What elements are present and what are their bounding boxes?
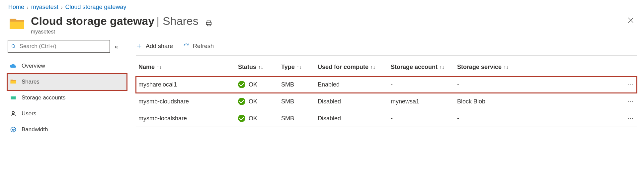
status-ok-icon	[238, 98, 245, 105]
status-ok-icon	[238, 115, 245, 122]
chevron-right-icon: ›	[27, 5, 29, 10]
print-icon[interactable]	[205, 20, 212, 29]
col-header-name[interactable]: Name↑↓	[136, 59, 235, 76]
svg-point-9	[12, 111, 15, 114]
add-share-button[interactable]: Add share	[136, 43, 173, 50]
sort-icon: ↑↓	[440, 64, 444, 70]
sidebar-item-label: Shares	[22, 79, 40, 85]
status-ok-icon	[238, 81, 245, 88]
col-header-compute[interactable]: Used for compute↑↓	[315, 59, 388, 76]
sidebar-item-overview[interactable]: Overview	[8, 58, 126, 74]
cell-service: -	[454, 110, 521, 127]
breadcrumb: Home › myasetest › Cloud storage gateway	[0, 0, 644, 13]
close-icon[interactable]	[627, 17, 634, 26]
wifi-icon	[10, 126, 17, 133]
add-share-label: Add share	[146, 43, 173, 50]
page-title: Cloud storage gateway	[31, 15, 154, 28]
title-divider: |	[156, 15, 159, 28]
sidebar-item-label: Users	[22, 110, 36, 117]
row-menu-button[interactable]: ⋯	[521, 76, 637, 93]
resource-subtitle: myasetest	[31, 29, 212, 35]
cell-compute: Disabled	[315, 93, 388, 110]
row-menu-button[interactable]: ⋯	[521, 93, 637, 110]
cell-name[interactable]: mysharelocal1	[136, 76, 235, 93]
breadcrumb-current[interactable]: Cloud storage gateway	[65, 4, 126, 11]
cell-account: mynewsa1	[388, 93, 454, 110]
svg-line-6	[14, 47, 15, 48]
sort-icon: ↑↓	[370, 64, 375, 70]
cell-service: -	[454, 76, 521, 93]
chevron-right-icon: ›	[61, 5, 63, 10]
sort-icon: ↑↓	[258, 64, 263, 70]
refresh-label: Refresh	[193, 43, 214, 50]
cell-status: OK	[235, 110, 279, 127]
cell-compute: Enabled	[315, 76, 388, 93]
table-row[interactable]: mysmb-localshare OK SMB Disabled - - ⋯	[136, 110, 637, 127]
sidebar: « Overview Shares Storage accounts Users	[0, 38, 126, 138]
search-box[interactable]	[8, 40, 110, 53]
sort-icon: ↑↓	[297, 64, 302, 70]
breadcrumb-resource[interactable]: myasetest	[31, 4, 58, 11]
cell-status: OK	[235, 76, 279, 93]
cell-type: SMB	[279, 76, 315, 93]
main-content: Add share Refresh Name↑↓ Status↑↓ Type↑↓…	[126, 38, 644, 127]
breadcrumb-home[interactable]: Home	[8, 4, 24, 11]
sidebar-item-label: Bandwidth	[22, 126, 48, 133]
storage-icon	[10, 94, 17, 101]
sidebar-item-label: Overview	[22, 63, 45, 69]
row-menu-button[interactable]: ⋯	[521, 110, 637, 127]
table-row[interactable]: mysmb-cloudshare OK SMB Disabled mynewsa…	[136, 93, 637, 110]
col-header-status[interactable]: Status↑↓	[235, 59, 279, 76]
svg-rect-2	[207, 24, 210, 26]
page-section: Shares	[163, 15, 199, 28]
svg-point-11	[13, 131, 14, 131]
toolbar-divider	[136, 55, 637, 56]
sidebar-item-shares[interactable]: Shares	[8, 74, 126, 90]
table-row[interactable]: mysharelocal1 OK SMB Enabled - - ⋯	[136, 76, 637, 93]
col-header-actions	[521, 59, 637, 76]
cell-compute: Disabled	[315, 110, 388, 127]
cell-account: -	[388, 76, 454, 93]
col-header-type[interactable]: Type↑↓	[279, 59, 315, 76]
sidebar-item-storage-accounts[interactable]: Storage accounts	[8, 90, 126, 106]
svg-point-5	[12, 44, 15, 47]
svg-rect-8	[11, 96, 16, 97]
folder-icon	[8, 16, 26, 33]
search-input[interactable]	[19, 43, 106, 50]
cloud-icon	[10, 62, 17, 70]
sidebar-item-users[interactable]: Users	[8, 106, 126, 122]
cell-service: Block Blob	[454, 93, 521, 110]
col-header-account[interactable]: Storage account↑↓	[388, 59, 454, 76]
cell-type: SMB	[279, 93, 315, 110]
page-header: Cloud storage gateway | Shares myasetest	[0, 13, 644, 38]
collapse-sidebar-icon[interactable]: «	[115, 43, 118, 50]
user-icon	[10, 110, 17, 117]
refresh-icon	[183, 43, 190, 49]
cell-name[interactable]: mysmb-cloudshare	[136, 93, 235, 110]
plus-icon	[136, 43, 142, 49]
col-header-service[interactable]: Storage service↑↓	[454, 59, 521, 76]
sidebar-item-bandwidth[interactable]: Bandwidth	[8, 122, 126, 138]
cell-account: -	[388, 110, 454, 127]
cell-name[interactable]: mysmb-localshare	[136, 110, 235, 127]
shares-table: Name↑↓ Status↑↓ Type↑↓ Used for compute↑…	[136, 59, 637, 127]
folder-icon	[10, 79, 17, 85]
sort-icon: ↑↓	[157, 64, 162, 70]
refresh-button[interactable]: Refresh	[183, 43, 214, 50]
sort-icon: ↑↓	[504, 64, 509, 70]
cell-type: SMB	[279, 110, 315, 127]
cell-status: OK	[235, 93, 279, 110]
sidebar-item-label: Storage accounts	[22, 94, 65, 101]
search-icon	[11, 44, 16, 49]
